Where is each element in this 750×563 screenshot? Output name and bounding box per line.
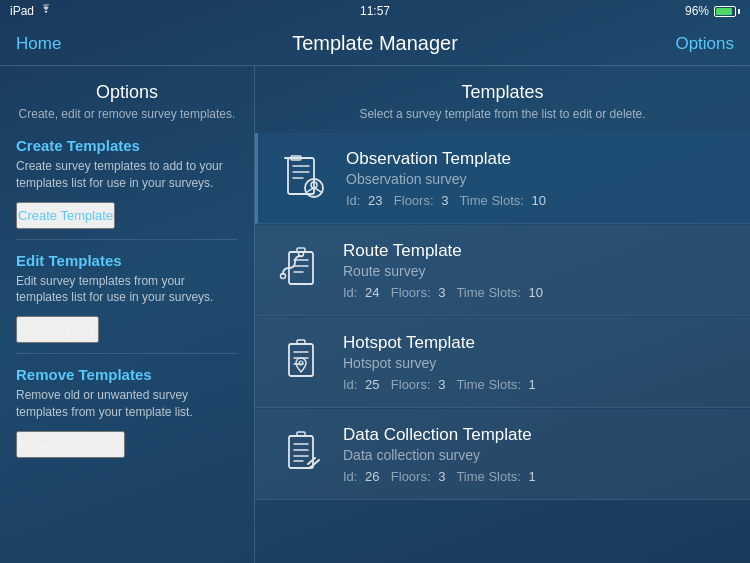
template-info: Observation Template Observation survey … <box>346 149 734 208</box>
status-bar: iPad 11:57 96% <box>0 0 750 22</box>
svg-rect-0 <box>288 158 314 194</box>
template-item[interactable]: Observation Template Observation survey … <box>255 133 750 224</box>
status-time: 11:57 <box>360 4 390 18</box>
floors-label: Floors: <box>387 469 430 484</box>
template-desc: Hotspot survey <box>343 355 734 371</box>
battery-percent: 96% <box>685 4 709 18</box>
template-icon <box>274 143 334 213</box>
carrier-label: iPad <box>10 4 34 18</box>
floors-label: Floors: <box>387 285 430 300</box>
svg-point-12 <box>281 274 286 279</box>
template-id: 25 <box>365 377 379 392</box>
divider-2 <box>16 353 238 354</box>
wifi-icon <box>39 4 53 18</box>
right-panel-header: Templates Select a survey template from … <box>255 82 750 121</box>
remove-section-title: Remove Templates <box>16 366 238 383</box>
template-info: Hotspot Template Hotspot survey Id: 25 F… <box>343 333 734 392</box>
svg-rect-20 <box>297 340 305 344</box>
edit-template-button[interactable]: Edit Template <box>16 316 99 343</box>
template-info: Route Template Route survey Id: 24 Floor… <box>343 241 734 300</box>
edit-section-title: Edit Templates <box>16 252 238 269</box>
template-item[interactable]: Data Collection Template Data collection… <box>255 409 750 500</box>
template-meta: Id: 23 Floors: 3 Time Slots: 10 <box>346 193 734 208</box>
template-timeslots: 10 <box>529 285 543 300</box>
options-button[interactable]: Options <box>675 34 734 54</box>
timeslots-label: Time Slots: <box>456 193 524 208</box>
template-floors: 3 <box>438 285 445 300</box>
left-panel-title: Options <box>16 82 238 103</box>
template-icon <box>271 327 331 397</box>
template-meta: Id: 25 Floors: 3 Time Slots: 1 <box>343 377 734 392</box>
timeslots-label: Time Slots: <box>453 377 521 392</box>
right-panel-subtitle: Select a survey template from the list t… <box>271 107 734 121</box>
left-panel: Options Create, edit or remove survey te… <box>0 66 255 563</box>
battery-icon <box>714 6 740 17</box>
template-item[interactable]: Hotspot Template Hotspot survey Id: 25 F… <box>255 317 750 408</box>
template-name: Data Collection Template <box>343 425 734 445</box>
template-floors: 3 <box>438 469 445 484</box>
timeslots-label: Time Slots: <box>453 469 521 484</box>
template-timeslots: 1 <box>529 377 536 392</box>
template-meta: Id: 26 Floors: 3 Time Slots: 1 <box>343 469 734 484</box>
template-floors: 3 <box>438 377 445 392</box>
status-right: 96% <box>685 4 740 18</box>
edit-templates-section: Edit Templates Edit survey templates fro… <box>16 252 238 344</box>
template-name: Observation Template <box>346 149 734 169</box>
create-section-title: Create Templates <box>16 137 238 154</box>
floors-label: Floors: <box>390 193 433 208</box>
right-panel-title: Templates <box>271 82 734 103</box>
timeslots-label: Time Slots: <box>453 285 521 300</box>
id-label: Id: <box>343 285 357 300</box>
svg-rect-26 <box>297 432 305 436</box>
template-icon <box>271 235 331 305</box>
right-panel: Templates Select a survey template from … <box>255 66 750 563</box>
app-title: Template Manager <box>292 32 458 55</box>
id-label: Id: <box>343 377 357 392</box>
template-id: 26 <box>365 469 379 484</box>
edit-section-desc: Edit survey templates from your template… <box>16 273 238 307</box>
template-list: Observation Template Observation survey … <box>255 133 750 500</box>
id-label: Id: <box>343 469 357 484</box>
title-bar: Home Template Manager Options <box>0 22 750 66</box>
create-section-desc: Create survey templates to add to your t… <box>16 158 238 192</box>
template-name: Route Template <box>343 241 734 261</box>
svg-rect-14 <box>297 248 305 252</box>
template-id: 24 <box>365 285 379 300</box>
template-desc: Data collection survey <box>343 447 734 463</box>
template-desc: Observation survey <box>346 171 734 187</box>
template-timeslots: 1 <box>529 469 536 484</box>
template-timeslots: 10 <box>532 193 546 208</box>
divider-1 <box>16 239 238 240</box>
template-name: Hotspot Template <box>343 333 734 353</box>
floors-label: Floors: <box>387 377 430 392</box>
template-info: Data Collection Template Data collection… <box>343 425 734 484</box>
id-label: Id: <box>346 193 360 208</box>
status-left: iPad <box>10 4 53 18</box>
home-button[interactable]: Home <box>16 34 61 54</box>
template-floors: 3 <box>441 193 448 208</box>
left-panel-subtitle: Create, edit or remove survey templates. <box>16 107 238 121</box>
create-templates-section: Create Templates Create survey templates… <box>16 137 238 229</box>
template-meta: Id: 24 Floors: 3 Time Slots: 10 <box>343 285 734 300</box>
create-template-button[interactable]: Create Template <box>16 202 115 229</box>
template-desc: Route survey <box>343 263 734 279</box>
remove-section-desc: Remove old or unwanted survey templates … <box>16 387 238 421</box>
remove-template-button[interactable]: Remove Template <box>16 431 125 458</box>
template-id: 23 <box>368 193 382 208</box>
template-icon <box>271 419 331 489</box>
template-item[interactable]: Route Template Route survey Id: 24 Floor… <box>255 225 750 316</box>
main-content: Options Create, edit or remove survey te… <box>0 66 750 563</box>
remove-templates-section: Remove Templates Remove old or unwanted … <box>16 366 238 458</box>
